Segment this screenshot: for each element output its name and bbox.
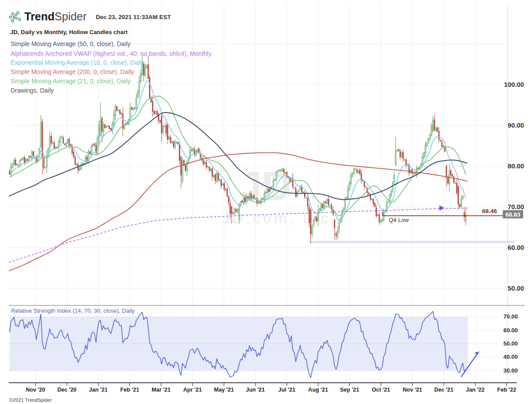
- svg-text:68.83: 68.83: [505, 211, 520, 218]
- svg-text:Jul '21: Jul '21: [278, 387, 295, 393]
- svg-text:50.00: 50.00: [503, 340, 518, 347]
- svg-text:Nov '21: Nov '21: [403, 387, 422, 393]
- svg-text:JD, Daily vs Monthly, Hollow C: JD, Daily vs Monthly, Hollow Candles cha…: [10, 29, 128, 35]
- svg-text:100.00: 100.00: [504, 81, 524, 88]
- svg-text:Mar '21: Mar '21: [152, 387, 171, 393]
- svg-text:Nov '20: Nov '20: [26, 387, 45, 393]
- svg-text:Jan '21: Jan '21: [89, 387, 108, 393]
- svg-text:May '21: May '21: [214, 387, 234, 393]
- svg-text:30.00: 30.00: [503, 367, 518, 374]
- svg-text:Q4 Low: Q4 Low: [389, 217, 409, 223]
- svg-text:Dec 23, 2021 11:33AM EST: Dec 23, 2021 11:33AM EST: [96, 14, 171, 20]
- svg-text:Simple Moving Average (50, 0,: Simple Moving Average (50, 0, close), Da…: [11, 40, 131, 47]
- svg-text:50.00: 50.00: [508, 285, 524, 292]
- svg-text:Exponential Moving Average (10: Exponential Moving Average (10, 0, close…: [11, 59, 144, 66]
- svg-text:Dec '20: Dec '20: [57, 387, 76, 393]
- svg-text:70.00: 70.00: [503, 313, 518, 320]
- svg-text:90.00: 90.00: [508, 122, 524, 129]
- svg-text:Jan '22: Jan '22: [466, 387, 485, 393]
- svg-text:Simple Moving Average (21, 0,: Simple Moving Average (21, 0, close), Da…: [11, 78, 131, 85]
- svg-text:40.00: 40.00: [503, 354, 518, 360]
- svg-text:Drawings, Daily: Drawings, Daily: [11, 87, 54, 94]
- svg-text:80.00: 80.00: [508, 163, 524, 170]
- svg-text:Relative Strength Index (14, 7: Relative Strength Index (14, 70, 30, clo…: [11, 307, 135, 314]
- svg-text:Feb '21: Feb '21: [120, 387, 139, 393]
- svg-text:68.46: 68.46: [482, 208, 497, 214]
- svg-text:70.00: 70.00: [508, 203, 524, 210]
- svg-text:Apr '21: Apr '21: [183, 387, 202, 393]
- svg-text:Dec '21: Dec '21: [434, 387, 453, 393]
- svg-text:Jun '21: Jun '21: [246, 387, 265, 393]
- svg-text:60.00: 60.00: [508, 244, 524, 251]
- svg-text:Aug '21: Aug '21: [308, 387, 328, 393]
- svg-text:TrendSpider: TrendSpider: [24, 10, 86, 23]
- svg-text:Oct '21: Oct '21: [372, 387, 390, 393]
- svg-text:Feb '22: Feb '22: [497, 387, 516, 393]
- svg-text:60.00: 60.00: [503, 327, 518, 334]
- svg-text:Alphatrends Anchored VWAP (hig: Alphatrends Anchored VWAP (highest vol.,…: [11, 50, 211, 57]
- svg-text:Simple Moving Average (200, 0,: Simple Moving Average (200, 0, close), D…: [11, 68, 134, 75]
- svg-text:Sep '21: Sep '21: [340, 387, 359, 393]
- svg-text:©2021 TrendSpider: ©2021 TrendSpider: [9, 397, 52, 403]
